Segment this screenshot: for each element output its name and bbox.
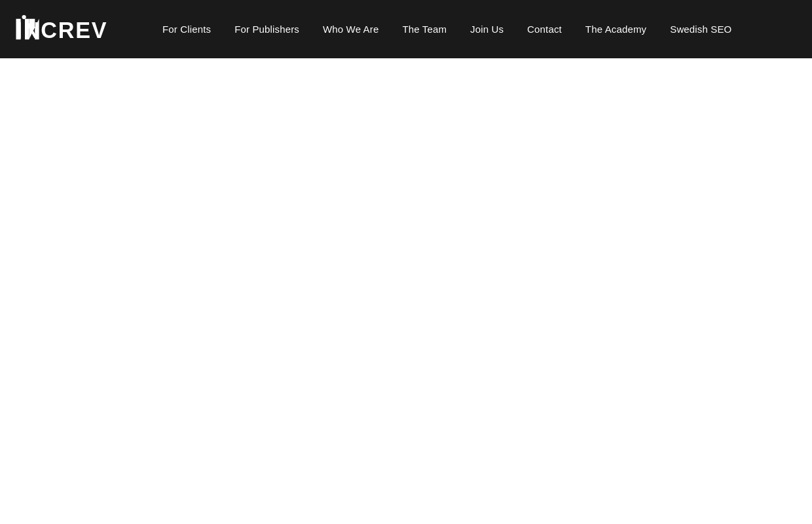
nav-item-for-publishers[interactable]: For Publishers <box>223 0 311 58</box>
logo-image: INCREV <box>13 11 131 47</box>
nav-item-swedish-seo[interactable]: Swedish SEO <box>658 0 743 58</box>
nav-item-join-us[interactable]: Join Us <box>458 0 515 58</box>
svg-text:INCREV: INCREV <box>16 18 108 43</box>
nav-item-the-academy[interactable]: The Academy <box>574 0 658 58</box>
logo[interactable]: INCREV <box>13 11 131 47</box>
main-navigation: For Clients For Publishers Who We Are Th… <box>151 0 799 58</box>
nav-item-who-we-are[interactable]: Who We Are <box>311 0 390 58</box>
main-content <box>0 58 812 524</box>
svg-point-4 <box>22 15 26 19</box>
site-header: INCREV For Clients For Publishers Who We… <box>0 0 812 58</box>
nav-item-for-clients[interactable]: For Clients <box>151 0 223 58</box>
nav-item-contact[interactable]: Contact <box>515 0 574 58</box>
nav-item-the-team[interactable]: The Team <box>390 0 458 58</box>
